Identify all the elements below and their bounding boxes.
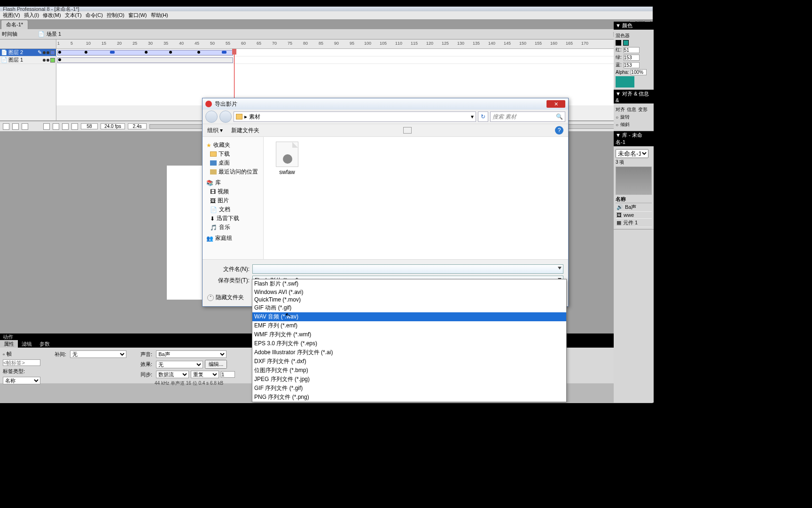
effect-edit-button[interactable]: 编辑... xyxy=(205,360,227,369)
menu-insert[interactable]: 插入(I) xyxy=(24,12,39,19)
menu-bar[interactable]: 视图(V) 插入(I) 修改(M) 文本(T) 命令(C) 控制(O) 窗口(W… xyxy=(0,11,653,20)
tween-select[interactable]: 无 xyxy=(70,350,126,358)
tree-pictures[interactable]: 🖼图片 xyxy=(205,196,260,205)
layer-row-2[interactable]: 📄图层 2 ✎ xyxy=(0,49,56,56)
filetype-option[interactable]: WMF 序列文件 (*.wmf) xyxy=(252,330,566,339)
lib-item[interactable]: ▦元件 1 xyxy=(616,219,652,227)
filetype-option[interactable]: GIF 动画 (*.gif) xyxy=(252,303,566,312)
filetype-option[interactable]: Adobe Illustrator 序列文件 (*.ai) xyxy=(252,348,566,357)
chevron-up-icon[interactable]: ˄ xyxy=(207,294,214,301)
document-tab[interactable]: 命名-1* xyxy=(1,20,28,29)
menu-control[interactable]: 控制(O) xyxy=(107,12,125,19)
align-tab[interactable]: 对齐 xyxy=(616,106,625,113)
tab-parameters[interactable]: 参数 xyxy=(36,340,54,348)
menu-commands[interactable]: 命令(C) xyxy=(86,12,103,19)
nav-forward-button[interactable] xyxy=(219,111,232,123)
address-bar[interactable]: ▸ 素材 ▾ xyxy=(234,111,476,122)
filetype-option[interactable]: Flash 影片 (*.swf) xyxy=(252,279,566,288)
tree-thunder[interactable]: ⬇迅雷下载 xyxy=(205,214,260,223)
tab-filters[interactable]: 滤镜 xyxy=(18,340,36,348)
breadcrumb[interactable]: 素材 xyxy=(249,113,260,121)
tree-videos[interactable]: 🎞视频 xyxy=(205,187,260,196)
new-layer-icon[interactable] xyxy=(3,123,9,130)
blue-input[interactable] xyxy=(624,62,640,68)
sync-select[interactable]: 数据流 xyxy=(156,371,189,378)
refresh-button[interactable]: ↻ xyxy=(478,111,488,122)
organize-button[interactable]: 组织 ▾ xyxy=(207,127,223,135)
filetype-option[interactable]: EPS 3.0 序列文件 (*.eps) xyxy=(252,339,566,348)
align-panel-title[interactable]: ▼ 对齐 & 信息 & xyxy=(614,90,654,103)
filetype-option[interactable]: QuickTime (*.mov) xyxy=(252,296,566,303)
rotate-radio[interactable]: 旋转 xyxy=(620,114,630,120)
lib-item[interactable]: 🖼wwe xyxy=(616,212,652,219)
file-list[interactable]: swfaw xyxy=(264,137,568,259)
current-frame-field[interactable] xyxy=(81,123,98,129)
search-input[interactable]: 搜索 素材🔍 xyxy=(490,111,565,122)
lib-item[interactable]: 🔊Ba声 xyxy=(616,203,652,212)
filetype-option[interactable]: Windows AVI (*.avi) xyxy=(252,288,566,296)
onion-outline-icon[interactable] xyxy=(62,123,69,130)
scene-name[interactable]: 场景 1 xyxy=(47,31,61,38)
filetype-option[interactable]: PNG 序列文件 (*.png) xyxy=(252,393,566,402)
tree-recent[interactable]: 最近访问的位置 xyxy=(205,167,260,176)
dialog-titlebar[interactable]: 导出影片 ✕ xyxy=(203,98,568,110)
sound-select[interactable]: Ba声 xyxy=(156,350,226,358)
onion-skin-icon[interactable] xyxy=(53,123,59,130)
fps-field[interactable] xyxy=(101,123,125,129)
filetype-option[interactable]: 位图序列文件 (*.bmp) xyxy=(252,366,566,375)
menu-modify[interactable]: 修改(M) xyxy=(43,12,61,19)
file-item[interactable]: swfaw xyxy=(268,142,306,175)
mixer-tab[interactable]: 混色器 xyxy=(616,32,630,39)
new-folder-button[interactable]: 新建文件夹 xyxy=(231,127,259,135)
tree-desktop[interactable]: 桌面 xyxy=(205,159,260,167)
libraries-group[interactable]: 库 xyxy=(215,179,221,187)
homegroup[interactable]: 家庭组 xyxy=(215,234,232,242)
dialog-close-button[interactable]: ✕ xyxy=(547,100,565,108)
layer-row-1[interactable]: 📄图层 1 xyxy=(0,56,56,64)
tree-music[interactable]: 🎵音乐 xyxy=(205,223,260,232)
new-folder-icon[interactable] xyxy=(12,123,19,130)
filetype-option[interactable]: JPEG 序列文件 (*.jpg) xyxy=(252,375,566,384)
menu-window[interactable]: 窗口(W) xyxy=(128,12,147,19)
frame-row[interactable] xyxy=(56,56,653,64)
info-tab[interactable]: 信息 xyxy=(627,106,636,113)
menu-view[interactable]: 视图(V) xyxy=(3,12,20,19)
view-mode-button[interactable] xyxy=(403,127,412,134)
filetype-dropdown[interactable]: Flash 影片 (*.swf) Windows AVI (*.avi) Qui… xyxy=(252,279,567,402)
delete-layer-icon[interactable] xyxy=(22,123,28,130)
elapsed-field[interactable] xyxy=(128,123,147,129)
frame-label-input[interactable] xyxy=(3,359,40,366)
frame-ruler[interactable]: 1 5 10 15 20 25 30 35 40 45 50 55 60 65 … xyxy=(56,40,653,49)
nav-tree[interactable]: ★收藏夹 下载 桌面 最近访问的位置 📚库 🎞视频 🖼图片 📄文档 ⬇迅雷下载 … xyxy=(203,137,264,259)
library-panel-title[interactable]: ▼ 库 - 未命名-1 xyxy=(614,131,654,146)
repeat-select[interactable]: 重复 xyxy=(191,371,219,378)
repeat-count-input[interactable] xyxy=(221,371,235,378)
edit-multiple-icon[interactable] xyxy=(71,123,78,130)
red-input[interactable] xyxy=(624,47,640,53)
favorites-group[interactable]: 收藏夹 xyxy=(213,141,230,149)
filetype-option[interactable]: DXF 序列文件 (*.dxf) xyxy=(252,357,566,366)
effect-select[interactable]: 无 xyxy=(156,361,203,368)
nav-back-button[interactable] xyxy=(205,111,218,123)
stroke-color-icon[interactable] xyxy=(616,40,621,46)
center-frame-icon[interactable] xyxy=(43,123,50,130)
library-doc-select[interactable]: 未命名-1 xyxy=(616,149,648,158)
tree-documents[interactable]: 📄文档 xyxy=(205,205,260,214)
menu-text[interactable]: 文本(T) xyxy=(65,12,82,19)
help-button[interactable]: ? xyxy=(555,126,563,135)
color-panel-title[interactable]: ▼ 颜色 xyxy=(614,22,654,30)
frame-area[interactable] xyxy=(56,49,653,105)
tab-properties[interactable]: 属性 xyxy=(0,340,18,348)
filetype-option[interactable]: GIF 序列文件 (*.gif) xyxy=(252,384,566,393)
filetype-option-highlighted[interactable]: WAV 音频 (*.wav) xyxy=(252,312,566,321)
filename-input[interactable] xyxy=(252,264,563,274)
transform-tab[interactable]: 变形 xyxy=(638,106,648,113)
skew-radio[interactable]: 倾斜 xyxy=(620,121,630,128)
hide-folders-link[interactable]: 隐藏文件夹 xyxy=(216,294,244,302)
label-type-select[interactable]: 名称 xyxy=(3,377,40,384)
frame-row[interactable] xyxy=(56,49,653,56)
alpha-input[interactable] xyxy=(631,69,647,75)
tree-downloads[interactable]: 下载 xyxy=(205,150,260,159)
fill-color-icon[interactable] xyxy=(623,40,629,46)
filetype-option[interactable]: EMF 序列 (*.emf) xyxy=(252,321,566,330)
